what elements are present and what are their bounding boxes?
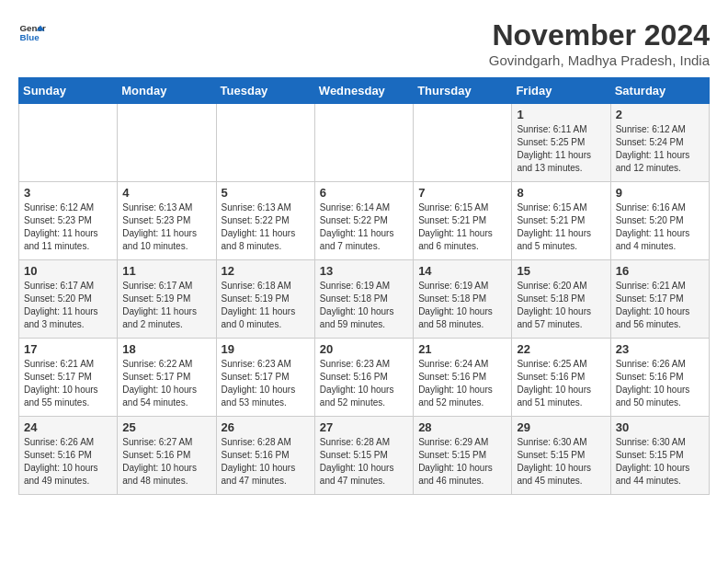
day-cell: 19Sunrise: 6:23 AM Sunset: 5:17 PM Dayli… (216, 339, 314, 417)
day-number: 4 (122, 186, 210, 200)
day-number: 18 (122, 342, 210, 356)
day-cell: 25Sunrise: 6:27 AM Sunset: 5:16 PM Dayli… (118, 417, 216, 495)
day-info: Sunrise: 6:23 AM Sunset: 5:17 PM Dayligh… (222, 358, 310, 409)
calendar-subtitle: Govindgarh, Madhya Pradesh, India (489, 52, 710, 68)
day-number: 17 (24, 342, 112, 356)
day-info: Sunrise: 6:25 AM Sunset: 5:16 PM Dayligh… (517, 358, 605, 409)
day-cell (314, 104, 413, 182)
day-number: 14 (418, 264, 506, 278)
day-info: Sunrise: 6:16 AM Sunset: 5:20 PM Dayligh… (616, 201, 704, 253)
day-cell: 17Sunrise: 6:21 AM Sunset: 5:17 PM Dayli… (19, 339, 118, 417)
day-info: Sunrise: 6:19 AM Sunset: 5:18 PM Dayligh… (418, 280, 506, 331)
header-cell-wednesday: Wednesday (314, 78, 413, 104)
day-info: Sunrise: 6:12 AM Sunset: 5:23 PM Dayligh… (24, 201, 112, 253)
header-cell-sunday: Sunday (19, 78, 118, 104)
day-info: Sunrise: 6:12 AM Sunset: 5:24 PM Dayligh… (616, 123, 704, 175)
day-cell: 3Sunrise: 6:12 AM Sunset: 5:23 PM Daylig… (19, 182, 118, 260)
day-info: Sunrise: 6:26 AM Sunset: 5:16 PM Dayligh… (616, 358, 704, 409)
day-info: Sunrise: 6:19 AM Sunset: 5:18 PM Dayligh… (320, 280, 408, 331)
day-number: 16 (616, 264, 704, 278)
day-number: 28 (418, 420, 506, 434)
day-cell: 20Sunrise: 6:23 AM Sunset: 5:16 PM Dayli… (314, 339, 413, 417)
day-cell: 27Sunrise: 6:28 AM Sunset: 5:15 PM Dayli… (314, 417, 413, 495)
day-cell: 21Sunrise: 6:24 AM Sunset: 5:16 PM Dayli… (414, 339, 512, 417)
day-cell: 2Sunrise: 6:12 AM Sunset: 5:24 PM Daylig… (610, 104, 709, 182)
day-cell: 22Sunrise: 6:25 AM Sunset: 5:16 PM Dayli… (512, 339, 610, 417)
title-block: November 2024 Govindgarh, Madhya Pradesh… (489, 18, 710, 68)
day-number: 26 (222, 420, 310, 434)
week-row-5: 24Sunrise: 6:26 AM Sunset: 5:16 PM Dayli… (19, 417, 710, 495)
day-cell: 1Sunrise: 6:11 AM Sunset: 5:25 PM Daylig… (512, 104, 610, 182)
day-cell: 23Sunrise: 6:26 AM Sunset: 5:16 PM Dayli… (610, 339, 709, 417)
day-cell: 16Sunrise: 6:21 AM Sunset: 5:17 PM Dayli… (610, 260, 709, 339)
day-info: Sunrise: 6:28 AM Sunset: 5:16 PM Dayligh… (222, 436, 310, 488)
day-number: 25 (122, 420, 210, 434)
week-row-1: 1Sunrise: 6:11 AM Sunset: 5:25 PM Daylig… (19, 104, 710, 182)
calendar-title: November 2024 (489, 18, 710, 52)
day-info: Sunrise: 6:17 AM Sunset: 5:19 PM Dayligh… (122, 280, 210, 331)
day-number: 23 (616, 342, 704, 356)
week-row-2: 3Sunrise: 6:12 AM Sunset: 5:23 PM Daylig… (19, 182, 710, 260)
day-info: Sunrise: 6:13 AM Sunset: 5:23 PM Dayligh… (122, 201, 210, 253)
page-header: General Blue November 2024 Govindgarh, M… (18, 18, 710, 68)
day-number: 20 (320, 342, 408, 356)
day-cell: 6Sunrise: 6:14 AM Sunset: 5:22 PM Daylig… (314, 182, 413, 260)
day-cell: 7Sunrise: 6:15 AM Sunset: 5:21 PM Daylig… (414, 182, 512, 260)
day-info: Sunrise: 6:27 AM Sunset: 5:16 PM Dayligh… (122, 436, 210, 488)
day-info: Sunrise: 6:30 AM Sunset: 5:15 PM Dayligh… (517, 436, 605, 488)
day-cell: 24Sunrise: 6:26 AM Sunset: 5:16 PM Dayli… (19, 417, 118, 495)
day-number: 5 (222, 186, 310, 200)
header-cell-thursday: Thursday (414, 78, 512, 104)
day-cell (19, 104, 118, 182)
day-cell: 8Sunrise: 6:15 AM Sunset: 5:21 PM Daylig… (512, 182, 610, 260)
day-cell (216, 104, 314, 182)
day-cell: 30Sunrise: 6:30 AM Sunset: 5:15 PM Dayli… (610, 417, 709, 495)
day-number: 3 (24, 186, 112, 200)
day-info: Sunrise: 6:13 AM Sunset: 5:22 PM Dayligh… (222, 201, 310, 253)
day-cell: 10Sunrise: 6:17 AM Sunset: 5:20 PM Dayli… (19, 260, 118, 339)
day-number: 11 (122, 264, 210, 278)
day-cell: 5Sunrise: 6:13 AM Sunset: 5:22 PM Daylig… (216, 182, 314, 260)
day-number: 22 (517, 342, 605, 356)
day-cell: 14Sunrise: 6:19 AM Sunset: 5:18 PM Dayli… (414, 260, 512, 339)
day-info: Sunrise: 6:14 AM Sunset: 5:22 PM Dayligh… (320, 201, 408, 253)
day-cell: 28Sunrise: 6:29 AM Sunset: 5:15 PM Dayli… (414, 417, 512, 495)
day-number: 29 (517, 420, 605, 434)
day-cell: 15Sunrise: 6:20 AM Sunset: 5:18 PM Dayli… (512, 260, 610, 339)
day-number: 7 (418, 186, 506, 200)
logo-icon: General Blue (18, 18, 46, 46)
svg-text:Blue: Blue (20, 32, 40, 42)
day-number: 15 (517, 264, 605, 278)
day-number: 19 (222, 342, 310, 356)
week-row-4: 17Sunrise: 6:21 AM Sunset: 5:17 PM Dayli… (19, 339, 710, 417)
day-number: 1 (517, 108, 605, 121)
day-info: Sunrise: 6:21 AM Sunset: 5:17 PM Dayligh… (24, 358, 112, 409)
day-info: Sunrise: 6:15 AM Sunset: 5:21 PM Dayligh… (517, 201, 605, 253)
day-info: Sunrise: 6:30 AM Sunset: 5:15 PM Dayligh… (616, 436, 704, 488)
header-cell-saturday: Saturday (610, 78, 709, 104)
header-cell-tuesday: Tuesday (216, 78, 314, 104)
day-info: Sunrise: 6:23 AM Sunset: 5:16 PM Dayligh… (320, 358, 408, 409)
day-number: 2 (616, 108, 704, 121)
day-cell (414, 104, 512, 182)
day-info: Sunrise: 6:11 AM Sunset: 5:25 PM Dayligh… (517, 123, 605, 175)
day-cell: 26Sunrise: 6:28 AM Sunset: 5:16 PM Dayli… (216, 417, 314, 495)
day-cell: 9Sunrise: 6:16 AM Sunset: 5:20 PM Daylig… (610, 182, 709, 260)
day-cell: 4Sunrise: 6:13 AM Sunset: 5:23 PM Daylig… (118, 182, 216, 260)
day-number: 27 (320, 420, 408, 434)
logo: General Blue (18, 18, 46, 46)
day-number: 9 (616, 186, 704, 200)
day-cell (118, 104, 216, 182)
day-number: 30 (616, 420, 704, 434)
day-number: 8 (517, 186, 605, 200)
day-number: 13 (320, 264, 408, 278)
header-cell-monday: Monday (118, 78, 216, 104)
header-row: SundayMondayTuesdayWednesdayThursdayFrid… (19, 78, 710, 104)
day-cell: 12Sunrise: 6:18 AM Sunset: 5:19 PM Dayli… (216, 260, 314, 339)
calendar-table: SundayMondayTuesdayWednesdayThursdayFrid… (18, 77, 710, 495)
day-info: Sunrise: 6:15 AM Sunset: 5:21 PM Dayligh… (418, 201, 506, 253)
day-number: 10 (24, 264, 112, 278)
day-info: Sunrise: 6:29 AM Sunset: 5:15 PM Dayligh… (418, 436, 506, 488)
week-row-3: 10Sunrise: 6:17 AM Sunset: 5:20 PM Dayli… (19, 260, 710, 339)
day-cell: 29Sunrise: 6:30 AM Sunset: 5:15 PM Dayli… (512, 417, 610, 495)
